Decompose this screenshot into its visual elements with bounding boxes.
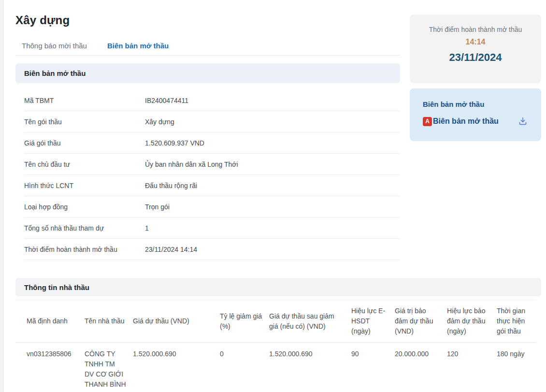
info-label: Tên chủ đầu tư — [24, 160, 145, 168]
info-row: Giá gói thầu 1.520.609.937 VND — [24, 132, 400, 154]
pdf-file-icon: A — [423, 117, 432, 126]
section-header-contractors: Thông tin nhà thầu — [15, 278, 541, 296]
contractor-table-body: vn0312385806 CÔNG TY TNHH TM DV CƠ GIỚI … — [15, 343, 536, 392]
table-cell: 20.000.000 — [395, 349, 447, 390]
column-header: Thời gian thực hiện gói thầu — [497, 306, 536, 336]
info-value: 1 — [145, 224, 400, 232]
document-card-title: Biên bản mở thầu — [423, 100, 529, 108]
info-value: Trọn gói — [145, 203, 400, 211]
tab-thong-bao-moi-thau[interactable]: Thông báo mời thầu — [22, 37, 87, 55]
table-cell: 0 — [220, 349, 269, 390]
info-value: 1.520.609.937 VND — [145, 139, 400, 147]
table-cell: 180 ngày — [497, 349, 536, 390]
info-row: Thời điểm hoàn thành mở thầu 23/11/2024 … — [24, 239, 400, 260]
document-download-link[interactable]: Biên bản mở thầu — [433, 117, 499, 126]
info-label: Thời điểm hoàn thành mở thầu — [24, 246, 145, 253]
column-header: Hiệu lực E-HSDT (ngày) — [351, 306, 395, 336]
table-cell: CÔNG TY TNHH TM DV CƠ GIỚI THANH BÌNH — [85, 349, 133, 390]
section-title-bid-opening: Biên bản mở thầu — [24, 69, 86, 77]
completion-time-card: Thời điểm hoàn thành mở thầu 14:14 23/11… — [410, 15, 541, 83]
tab-bien-ban-mo-thau[interactable]: Biên bản mở thầu — [107, 37, 169, 55]
column-header: Giá dự thầu (VND) — [133, 316, 220, 326]
table-cell: vn0312385806 — [27, 349, 85, 390]
column-header: Tỷ lệ giảm giá (%) — [220, 311, 269, 332]
download-icon[interactable] — [517, 116, 529, 127]
table-cell: 1.520.000.690 — [133, 349, 220, 390]
info-value: IB2400474411 — [145, 97, 400, 104]
info-row: Tổng số nhà thầu tham dự 1 — [24, 218, 400, 239]
tab-bar: Thông báo mời thầu Biên bản mở thầu — [15, 37, 400, 56]
document-card: Biên bản mở thầu A Biên bản mở thầu — [410, 88, 541, 141]
info-value: 23/11/2024 14:14 — [145, 246, 400, 253]
column-header: Giá dự thầu sau giảm giá (nếu có) (VND) — [269, 311, 351, 332]
info-label: Mã TBMT — [24, 97, 145, 104]
column-header: Hiệu lực bảo đảm dự thầu (ngày) — [447, 306, 497, 336]
info-value: Ủy ban nhân dân xã Long Thới — [145, 160, 400, 168]
column-header: Tên nhà thầu — [85, 316, 133, 326]
table-row: vn0312385806 CÔNG TY TNHH TM DV CƠ GIỚI … — [15, 343, 536, 392]
info-label: Hình thức LCNT — [24, 182, 145, 189]
info-row: Tên chủ đầu tư Ủy ban nhân dân xã Long T… — [24, 154, 400, 175]
document-row: A Biên bản mở thầu — [423, 116, 529, 127]
column-header: Giá trị bảo đảm dự thầu (VND) — [395, 306, 447, 336]
contractor-table: Mã định danh Tên nhà thầu Giá dự thầu (V… — [15, 300, 536, 392]
info-row: Loại hợp đồng Trọn gói — [24, 196, 400, 218]
completion-label: Thời điểm hoàn thành mở thầu — [410, 26, 541, 33]
info-label: Giá gói thầu — [24, 139, 145, 147]
left-edge-strip — [0, 0, 4, 392]
info-row: Mã TBMT IB2400474411 — [24, 90, 400, 111]
info-row: Tên gói thầu Xây dựng — [24, 111, 400, 132]
info-label: Tên gói thầu — [24, 118, 145, 126]
bid-info-list: Mã TBMT IB2400474411 Tên gói thầu Xây dự… — [24, 90, 400, 260]
completion-date: 23/11/2024 — [410, 51, 541, 64]
section-title-contractors: Thông tin nhà thầu — [24, 283, 89, 291]
table-cell: 1.520.000.690 — [269, 349, 351, 390]
info-value: Đấu thầu rộng rãi — [145, 182, 400, 189]
info-row: Hình thức LCNT Đấu thầu rộng rãi — [24, 175, 400, 196]
section-header-bid-opening: Biên bản mở thầu — [15, 63, 400, 83]
page: Xây dựng Thông báo mời thầu Biên bản mở … — [0, 0, 546, 392]
info-label: Tổng số nhà thầu tham dự — [24, 224, 145, 232]
info-label: Loại hợp đồng — [24, 203, 145, 211]
completion-time: 14:14 — [410, 38, 541, 46]
table-cell: 90 — [351, 349, 395, 390]
page-title: Xây dựng — [15, 14, 70, 27]
table-cell: 120 — [447, 349, 497, 390]
column-header: Mã định danh — [27, 316, 85, 326]
info-value: Xây dựng — [145, 118, 400, 126]
contractor-table-header: Mã định danh Tên nhà thầu Giá dự thầu (V… — [15, 300, 536, 343]
